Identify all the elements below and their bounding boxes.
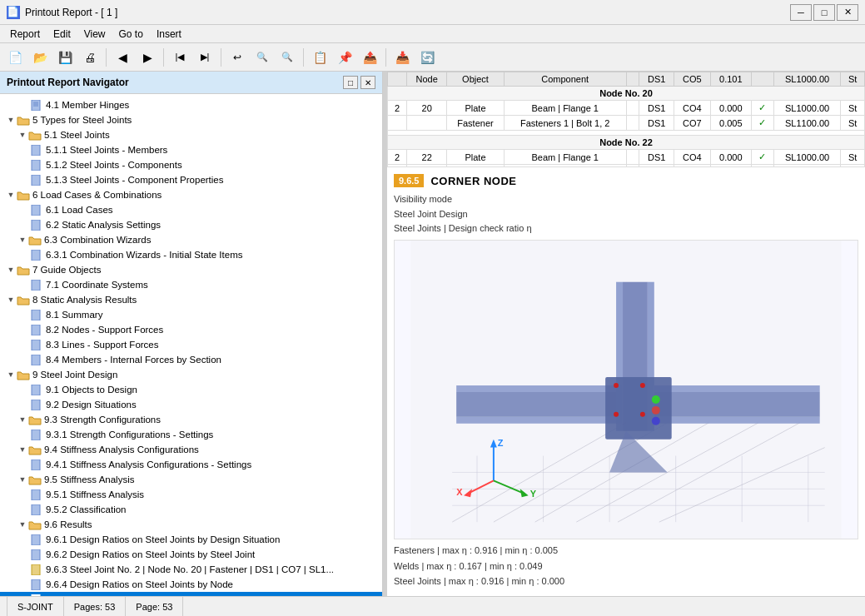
maximize-button[interactable]: □ — [813, 4, 835, 21]
tree-item-9-5-2[interactable]: 9.5.2 Classification — [0, 502, 382, 517]
tree-label-5-1-1: 5.1.1 Steel Joints - Members — [46, 145, 167, 155]
tree-item-8[interactable]: ▼ 8 Static Analysis Results — [0, 292, 382, 307]
tree-item-8-1[interactable]: 8.1 Summary — [0, 307, 382, 322]
tree-item-5[interactable]: ▼ 5 Types for Steel Joints — [0, 112, 382, 127]
toolbar-copy[interactable]: 📋 — [308, 47, 331, 68]
tree-item-9[interactable]: ▼ 9 Steel Joint Design — [0, 367, 382, 382]
menu-edit[interactable]: Edit — [47, 27, 77, 42]
tree-item-8-4[interactable]: 8.4 Members - Internal Forces by Section — [0, 352, 382, 367]
corner-node-header: 9.6.5 CORNER NODE — [394, 174, 858, 187]
tree-label-9-4: 9.4 Stiffness Analysis Configurations — [44, 445, 199, 455]
toolbar-refresh[interactable]: 🔄 — [415, 47, 439, 68]
toolbar-back[interactable]: ↩ — [226, 47, 249, 68]
corner-title: CORNER NODE — [430, 175, 516, 187]
tree-item-7-1[interactable]: 7.1 Coordinate Systems — [0, 277, 382, 292]
tree-item-5-1-3[interactable]: 5.1.3 Steel Joints - Component Propertie… — [0, 172, 382, 187]
status-bar: S-JOINT Pages: 53 Page: 53 — [0, 596, 865, 616]
tree-item-9-5[interactable]: ▼ 9.5 Stiffness Analysis — [0, 472, 382, 487]
tree-toggle-9[interactable]: ▼ — [5, 369, 17, 380]
tree-item-6[interactable]: ▼ 6 Load Cases & Combinations — [0, 187, 382, 202]
tree-item-5-1-1[interactable]: 5.1.1 Steel Joints - Members — [0, 142, 382, 157]
col-header-object: Object — [447, 72, 505, 87]
tree-toggle-7[interactable]: ▼ — [5, 264, 17, 276]
tree-toggle-5[interactable]: ▼ — [5, 114, 17, 126]
tree-toggle-6-3[interactable]: ▼ — [17, 234, 28, 246]
tree-toggle-8[interactable]: ▼ — [5, 294, 17, 306]
cell-ratio: 0.005 — [710, 116, 751, 131]
col-header-blank — [626, 72, 639, 87]
toolbar-open[interactable]: 📂 — [28, 47, 52, 68]
tree-item-9-5-1[interactable]: 9.5.1 Stiffness Analysis — [0, 487, 382, 502]
tree-item-9-2[interactable]: 9.2 Design Situations — [0, 397, 382, 412]
cell-co: CO7 — [674, 116, 710, 131]
menu-report[interactable]: Report — [3, 27, 47, 42]
results-table: Node Object Component DS1 CO5 0.101 SL10… — [387, 72, 865, 166]
tree-item-9-3[interactable]: ▼ 9.3 Strength Configurations — [0, 412, 382, 427]
tree-item-8-3[interactable]: 8.3 Lines - Support Forces — [0, 337, 382, 352]
cell-ok: ✓ — [751, 150, 773, 165]
content-panel: Node Object Component DS1 CO5 0.101 SL10… — [387, 72, 865, 596]
tree-item-4-1[interactable]: 4.1 Member Hinges — [0, 97, 382, 112]
toolbar-import[interactable]: 📥 — [390, 47, 414, 68]
tree-toggle-9-6[interactable]: ▼ — [17, 519, 28, 530]
toolbar-prev[interactable]: ◀ — [111, 47, 134, 68]
tree-item-6-1[interactable]: 6.1 Load Cases — [0, 202, 382, 217]
toolbar-zoom-out[interactable]: 🔍 — [276, 47, 299, 68]
tree-item-9-6-3[interactable]: 9.6.3 Steel Joint No. 2 | Node No. 20 | … — [0, 562, 382, 577]
svg-rect-14 — [32, 355, 40, 365]
toolbar-new[interactable]: 📄 — [3, 47, 27, 68]
tree-item-5-1-2[interactable]: 5.1.2 Steel Joints - Components — [0, 157, 382, 172]
tree-label-9-6-3: 9.6.3 Steel Joint No. 2 | Node No. 20 | … — [46, 564, 334, 574]
tree-item-9-4[interactable]: ▼ 9.4 Stiffness Analysis Configurations — [0, 442, 382, 457]
tree-item-9-6-2[interactable]: 9.6.2 Design Ratios on Steel Joints by S… — [0, 547, 382, 562]
minimize-button[interactable]: ─ — [790, 4, 812, 21]
doc-icon-6-3-1 — [30, 249, 43, 261]
status-page: Page: 53 — [126, 597, 183, 616]
cell-ratio: 0.000 — [710, 150, 751, 165]
tree-item-9-6-4[interactable]: 9.6.4 Design Ratios on Steel Joints by N… — [0, 577, 382, 592]
tree-item-8-2[interactable]: 8.2 Nodes - Support Forces — [0, 322, 382, 337]
toolbar-zoom-in[interactable]: 🔍 — [251, 47, 274, 68]
menu-insert[interactable]: Insert — [150, 27, 188, 42]
tree-item-9-1[interactable]: 9.1 Objects to Design — [0, 382, 382, 397]
tree-item-5-1[interactable]: ▼ 5.1 Steel Joints — [0, 127, 382, 142]
tree-toggle-9-3[interactable]: ▼ — [17, 414, 28, 425]
navigator-restore-btn[interactable]: □ — [343, 76, 358, 89]
menu-view[interactable]: View — [77, 27, 112, 42]
doc-icon-9-5-1 — [30, 489, 43, 500]
toolbar-separator-1 — [106, 48, 107, 67]
tree-toggle-9-4[interactable]: ▼ — [17, 444, 28, 455]
navigator-tree[interactable]: 4.1 Member Hinges ▼ 5 Types for Steel Jo… — [0, 94, 382, 596]
tree-item-6-2[interactable]: 6.2 Static Analysis Settings — [0, 217, 382, 232]
tree-label-6-1: 6.1 Load Cases — [46, 205, 113, 215]
tree-item-7[interactable]: ▼ 7 Guide Objects — [0, 262, 382, 277]
doc-icon-6-1 — [30, 204, 43, 216]
svg-rect-11 — [32, 310, 40, 320]
tree-item-9-6[interactable]: ▼ 9.6 Results — [0, 517, 382, 532]
toolbar-next[interactable]: ▶ — [136, 47, 159, 68]
tree-label-4-1: 4.1 Member Hinges — [46, 100, 129, 110]
toolbar-last[interactable]: ▶| — [193, 47, 216, 68]
tree-item-9-4-1[interactable]: 9.4.1 Stiffness Analysis Configurations … — [0, 457, 382, 472]
tree-toggle-9-5[interactable]: ▼ — [17, 474, 28, 485]
tree-item-6-3-1[interactable]: 6.3.1 Combination Wizards - Initial Stat… — [0, 247, 382, 262]
toolbar-save[interactable]: 💾 — [53, 47, 77, 68]
table-area: Node Object Component DS1 CO5 0.101 SL10… — [387, 72, 865, 166]
tree-item-9-6-5[interactable]: 9.6.5 Corner node — [0, 592, 382, 596]
tree-toggle-5-1[interactable]: ▼ — [17, 129, 28, 141]
toolbar-print[interactable]: 🖨 — [78, 47, 102, 68]
svg-rect-4 — [32, 145, 40, 156]
tree-item-9-3-1[interactable]: 9.3.1 Strength Configurations - Settings — [0, 427, 382, 442]
tree-item-6-3[interactable]: ▼ 6.3 Combination Wizards — [0, 232, 382, 247]
toolbar-export[interactable]: 📤 — [358, 47, 381, 68]
tree-toggle-6[interactable]: ▼ — [5, 189, 17, 201]
toolbar-first[interactable]: |◀ — [168, 47, 191, 68]
tree-item-9-6-1[interactable]: 9.6.1 Design Ratios on Steel Joints by D… — [0, 532, 382, 547]
menu-goto[interactable]: Go to — [112, 27, 150, 42]
close-button[interactable]: ✕ — [837, 4, 858, 21]
toolbar-paste[interactable]: 📌 — [333, 47, 356, 68]
navigator-close-btn[interactable]: ✕ — [360, 76, 375, 89]
tree-label-8-2: 8.2 Nodes - Support Forces — [46, 325, 163, 335]
footer-line-1: Fasteners | max η : 0.916 | min η : 0.00… — [394, 543, 858, 559]
svg-rect-16 — [32, 400, 40, 410]
